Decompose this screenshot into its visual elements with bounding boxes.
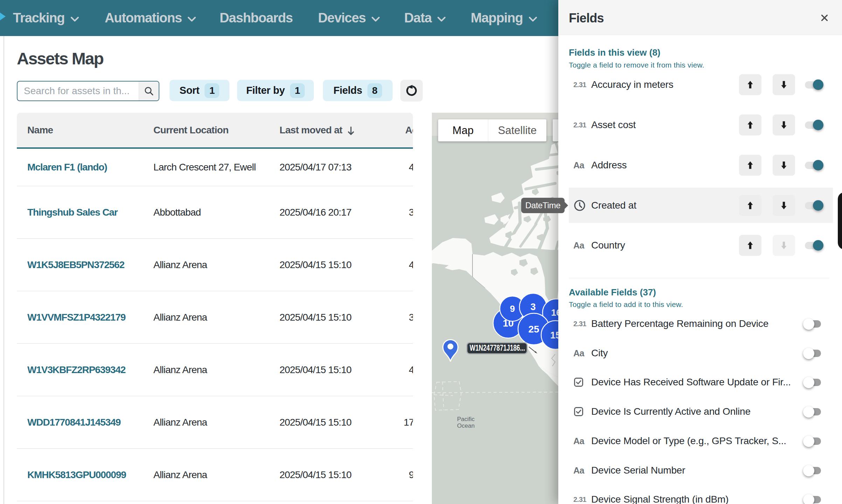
- svg-text:9: 9: [510, 303, 515, 314]
- svg-text:W1N2477871J186...: W1N2477871J186...: [470, 343, 525, 352]
- svg-text:Pacific: Pacific: [457, 416, 475, 422]
- svg-text:3: 3: [530, 302, 536, 312]
- svg-text:Ocean: Ocean: [457, 422, 475, 429]
- svg-text:25: 25: [528, 324, 539, 335]
